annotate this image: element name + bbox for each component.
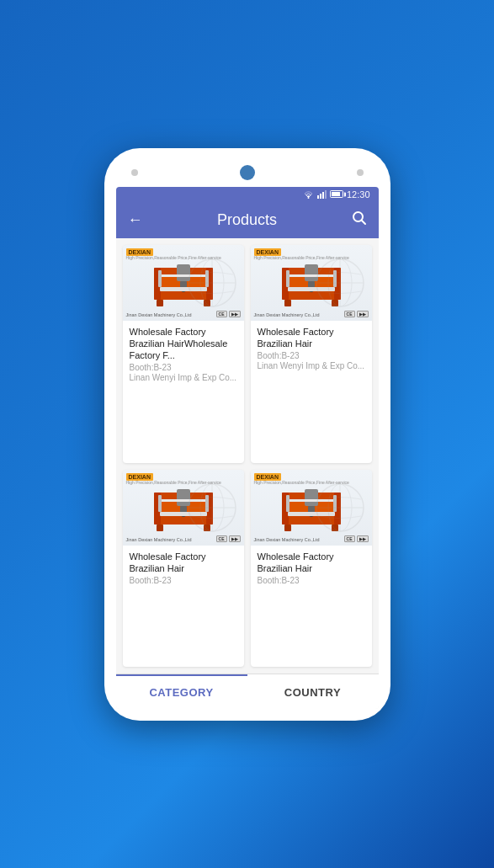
svg-rect-44	[157, 525, 163, 531]
product-image: DEXIAN High Precision,Reasonable Price,F…	[123, 470, 244, 546]
product-image: DEXIAN High Precision,Reasonable Price,F…	[123, 245, 244, 321]
product-booth: Booth:B-23	[130, 363, 237, 372]
product-company: Linan Wenyi Imp & Exp Co...	[258, 361, 365, 370]
svg-rect-55	[158, 495, 162, 512]
bottom-tabs: CATEGORY COUNTRY	[116, 674, 379, 709]
product-info: Wholesale Factory Brazilian Hair Booth:B…	[251, 321, 372, 378]
svg-rect-62	[284, 525, 291, 531]
brand-tagline: High Precision,Reasonable Price,Fine Aft…	[126, 256, 241, 261]
product-booth: Booth:B-23	[258, 351, 365, 360]
product-card[interactable]: DEXIAN High Precision,Reasonable Price,F…	[251, 470, 372, 667]
svg-rect-19	[158, 270, 162, 287]
svg-rect-26	[284, 300, 291, 306]
product-name: Wholesale Factory Brazilian Hair	[258, 551, 365, 575]
product-card[interactable]: DEXIAN High Precision,Reasonable Price,F…	[123, 245, 244, 463]
status-bar: 12:30	[116, 187, 379, 202]
brand-tagline: High Precision,Reasonable Price,Fine Aft…	[254, 256, 369, 261]
svg-line-2	[361, 220, 365, 224]
globe-watermark	[187, 482, 237, 533]
tab-category[interactable]: CATEGORY	[116, 674, 247, 709]
jinan-label: Jinan Dexian Machinery Co.,Ltd	[126, 537, 192, 542]
jinan-label: Jinan Dexian Machinery Co.,Ltd	[254, 312, 320, 317]
search-button[interactable]	[352, 210, 367, 230]
ce-badges: CE ▶▶	[344, 535, 369, 542]
tab-country[interactable]: COUNTRY	[247, 674, 379, 709]
product-name: Wholesale Factory Brazilian HairWholesal…	[130, 326, 237, 362]
ce-badges: CE ▶▶	[216, 535, 241, 542]
status-time: 12:30	[347, 189, 370, 200]
products-grid: DEXIAN High Precision,Reasonable Price,F…	[116, 238, 379, 674]
product-booth: Booth:B-23	[258, 576, 365, 585]
product-card[interactable]: DEXIAN High Precision,Reasonable Price,F…	[251, 245, 372, 463]
svg-rect-8	[157, 300, 163, 306]
phone-dot-right	[357, 169, 364, 176]
phone-screen: 12:30 ← Products	[116, 187, 379, 709]
search-icon	[352, 210, 367, 226]
back-button[interactable]: ←	[128, 211, 143, 229]
product-booth: Booth:B-23	[130, 576, 237, 585]
phone-top-bar	[116, 160, 379, 187]
ce-badges: CE ▶▶	[216, 311, 241, 317]
globe-watermark	[187, 258, 237, 308]
product-name: Wholesale Factory Brazilian Hair	[258, 326, 365, 350]
product-name: Wholesale Factory Brazilian Hair	[130, 551, 237, 575]
phone-dot-left	[131, 169, 138, 176]
product-info: Wholesale Factory Brazilian Hair Booth:B…	[251, 546, 372, 594]
globe-watermark	[315, 258, 365, 308]
globe-watermark	[315, 482, 365, 533]
tab-country-label: COUNTRY	[284, 686, 341, 699]
product-info: Wholesale Factory Brazilian Hair Booth:B…	[123, 546, 244, 594]
product-info: Wholesale Factory Brazilian HairWholesal…	[123, 321, 244, 390]
status-icons: 12:30	[303, 189, 370, 200]
tab-category-label: CATEGORY	[149, 686, 213, 699]
wifi-icon	[303, 190, 314, 199]
product-company: Linan Wenyi Imp & Exp Co...	[130, 373, 237, 382]
product-card[interactable]: DEXIAN High Precision,Reasonable Price,F…	[123, 470, 244, 667]
signal-icon	[317, 190, 327, 199]
brand-tagline: High Precision,Reasonable Price,Fine Aft…	[126, 481, 241, 486]
product-image: DEXIAN High Precision,Reasonable Price,F…	[251, 470, 372, 546]
brand-tagline: High Precision,Reasonable Price,Fine Aft…	[254, 481, 369, 486]
jinan-label: Jinan Dexian Machinery Co.,Ltd	[126, 312, 192, 317]
jinan-label: Jinan Dexian Machinery Co.,Ltd	[254, 537, 320, 542]
svg-rect-37	[286, 270, 289, 287]
page-title: Products	[143, 211, 352, 229]
product-image: DEXIAN High Precision,Reasonable Price,F…	[251, 245, 372, 321]
phone-frame: 12:30 ← Products	[104, 148, 390, 721]
svg-point-0	[307, 197, 309, 199]
app-header: ← Products	[116, 202, 379, 238]
phone-camera	[240, 165, 255, 180]
svg-rect-73	[286, 495, 289, 512]
battery-icon	[330, 190, 343, 198]
ce-badges: CE ▶▶	[344, 311, 369, 317]
